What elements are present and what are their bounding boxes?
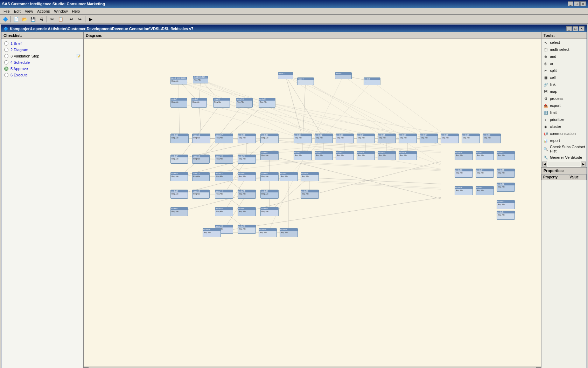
tool-report[interactable]: 📊 report — [541, 137, 587, 144]
diagram-node-n2[interactable]: ALLE KUNDERRing Alle — [193, 76, 208, 83]
toolbar-open[interactable]: 📂 — [21, 15, 28, 23]
diagram-node-n61[interactable]: node61Ring Alle — [280, 172, 298, 181]
menu-edit[interactable]: Edit — [12, 8, 23, 14]
tool-and[interactable]: ⊕ and — [541, 53, 587, 60]
checklist-item-3[interactable]: 3 Validation Step 📝 — [3, 53, 82, 59]
checklist-item-4[interactable]: 4 Schedule — [3, 59, 82, 66]
diagram-node-n40[interactable]: node40Ring Alle — [215, 155, 233, 164]
diagram-node-n22[interactable]: node22Ring Alle — [315, 134, 333, 143]
tool-prioritize[interactable]: ↕ prioritize — [541, 116, 587, 123]
diagram-node-n67[interactable]: node67Ring Alle — [260, 190, 279, 199]
diagram-node-n23[interactable]: node23Ring Alle — [336, 134, 354, 143]
diagram-node-n14[interactable]: node14Ring Alle — [170, 155, 188, 164]
diagram-node-n33[interactable]: node33Ring Alle — [336, 151, 354, 160]
diagram-node-n26[interactable]: node26Ring Alle — [399, 134, 417, 143]
diagram-node-n37[interactable]: node37Ring Alle — [215, 134, 233, 143]
diagram-node-n41[interactable]: node41Ring Alle — [238, 155, 256, 164]
diagram-node-n15[interactable]: node15Ring Alle — [192, 155, 210, 164]
diagram-node-n1[interactable]: ALLE KUNDERRing Alle — [170, 77, 187, 84]
diagram-node-n8[interactable]: node8Ring Alle — [191, 98, 207, 108]
tool-link[interactable]: 🔗 link — [541, 81, 587, 88]
diagram-node-n16[interactable]: node16Ring Alle — [170, 172, 188, 181]
diagram-node-n52[interactable]: node52Ring Alle — [497, 151, 515, 160]
tools-scrollbar-track[interactable] — [548, 162, 580, 166]
diagram-node-n9[interactable]: node9Ring Alle — [213, 98, 230, 108]
diagram-node-n10[interactable]: node10Ring Alle — [236, 98, 253, 108]
diagram-node-n20[interactable]: node20Ring Alle — [170, 207, 188, 216]
menu-file[interactable]: File — [1, 8, 12, 14]
diagram-node-n24[interactable]: node24Ring Alle — [357, 134, 375, 143]
menu-help[interactable]: Help — [70, 8, 82, 14]
diagram-node-n36[interactable]: node36Ring Alle — [399, 151, 417, 160]
diagram-node-n13[interactable]: node13Ring Alle — [192, 134, 210, 143]
tool-export[interactable]: 📤 export — [541, 102, 587, 109]
tool-check-subs[interactable]: 🔍 Check Subs Contact Hist — [541, 144, 587, 154]
diagram-node-n6[interactable]: node6... — [364, 77, 380, 85]
diagram-node-n7[interactable]: node7Ring Alle — [170, 98, 187, 108]
toolbar-redo[interactable]: ↪ — [76, 15, 84, 23]
diagram-node-n63[interactable]: node63Ring Alle — [497, 200, 515, 209]
tool-or[interactable]: ◎ or — [541, 60, 587, 67]
toolbar-undo[interactable]: ↩ — [68, 15, 75, 23]
diagram-node-n19[interactable]: node19Ring Alle — [192, 190, 210, 199]
diagram-node-n57[interactable]: node57Ring Alle — [476, 186, 494, 195]
diagram-node-n68[interactable]: node68Ring Alle — [260, 207, 279, 216]
tools-scroll-right[interactable]: ▶ — [581, 162, 586, 166]
diagram-node-n38[interactable]: node38Ring Alle — [238, 134, 256, 143]
diagram-node-n43[interactable]: node43Ring Alle — [238, 172, 256, 181]
toolbar-print[interactable]: 🖨 — [37, 15, 45, 23]
diagram-node-n51[interactable]: node51Ring Alle — [476, 151, 494, 160]
toolbar-cut[interactable]: ✂ — [48, 15, 56, 23]
tool-cluster[interactable]: ◈ cluster — [541, 123, 587, 130]
diagram-node-n44[interactable]: node44Ring Alle — [215, 190, 233, 199]
minimize-button[interactable]: _ — [568, 1, 573, 6]
tool-cell[interactable]: ▦ cell — [541, 74, 587, 81]
tool-communication[interactable]: 📢 communication — [541, 130, 587, 137]
diagram-node-n66[interactable]: node66Ring Alle — [260, 172, 279, 181]
tool-generer[interactable]: 🔧 Generer Verdikode — [541, 154, 587, 161]
diagram-node-n69[interactable]: node69Ring Alle — [301, 172, 319, 181]
diagram-node-n34[interactable]: node34Ring Alle — [357, 151, 375, 160]
diagram-node-n25[interactable]: node25Ring Alle — [378, 134, 396, 143]
diagram-node-n12[interactable]: node12Ring Alle — [170, 134, 189, 143]
diagram-node-n60[interactable]: node60Ring Alle — [280, 228, 298, 237]
diagram-node-n54[interactable]: node54Ring Alle — [476, 169, 494, 178]
diagram-canvas[interactable]: ALLE KUNDERRing AlleALLE KUNDERRing Alle… — [84, 39, 541, 367]
checklist-item-2[interactable]: 2 Diagram — [3, 47, 82, 53]
checklist-item-6[interactable]: 6 Execute — [3, 72, 82, 78]
diagram-node-n49[interactable]: node49Ring Alle — [238, 225, 256, 234]
diagram-node-n64[interactable]: node64Ring Alle — [497, 211, 515, 220]
main-close-button[interactable]: ✕ — [579, 26, 584, 31]
diagram-node-n17[interactable]: node17Ring Alle — [192, 172, 210, 181]
diagram-node-n70[interactable]: node70Ring Alle — [301, 190, 319, 199]
diagram-node-n62[interactable]: node62Ring Alle — [497, 183, 515, 192]
tool-limit[interactable]: 🔢 limit — [541, 109, 587, 116]
tool-multi-select[interactable]: ⬚ multi-select — [541, 46, 587, 53]
diagram-node-n32[interactable]: node32Ring Alle — [315, 151, 333, 160]
menu-view[interactable]: View — [23, 8, 35, 14]
diagram-node-n28[interactable]: node28Ring Alle — [441, 134, 459, 143]
tool-map[interactable]: 🗺 map — [541, 88, 587, 95]
diagram-node-n50[interactable]: node50Ring Alle — [455, 151, 473, 160]
diagram-node-n53[interactable]: node53Ring Alle — [455, 169, 473, 178]
checklist-item-5[interactable]: 5 Approve — [3, 66, 82, 72]
diagram-node-n56[interactable]: node56Ring Alle — [455, 186, 473, 195]
diagram-node-n46[interactable]: node46Ring Alle — [215, 207, 233, 216]
diagram-node-n4[interactable]: node4... — [297, 77, 314, 85]
toolbar-run[interactable]: ▶ — [87, 15, 94, 23]
toolbar-logo[interactable]: 🔷 — [1, 15, 9, 23]
diagram-node-n29[interactable]: node29Ring Alle — [462, 134, 480, 143]
diagram-node-n65[interactable]: node65Ring Alle — [260, 151, 279, 160]
menu-actions[interactable]: Actions — [35, 8, 52, 14]
toolbar-save[interactable]: 💾 — [29, 15, 37, 23]
tool-select[interactable]: ↖ select — [541, 39, 587, 46]
diagram-node-n18[interactable]: node18Ring Alle — [170, 190, 188, 199]
checklist-item-1[interactable]: 1 Brief — [3, 40, 82, 47]
diagram-node-n45[interactable]: node45Ring Alle — [238, 190, 256, 199]
maximize-button[interactable]: □ — [574, 1, 580, 6]
diagram-node-n58[interactable]: node58Ring Alle — [203, 228, 221, 237]
diagram-node-n27[interactable]: node27Ring Alle — [420, 134, 438, 143]
diagram-node-n31[interactable]: node31Ring Alle — [294, 151, 312, 160]
diagram-node-n55[interactable]: node55Ring Alle — [497, 169, 515, 178]
diagram-node-n39[interactable]: node39Ring Alle — [260, 134, 279, 143]
